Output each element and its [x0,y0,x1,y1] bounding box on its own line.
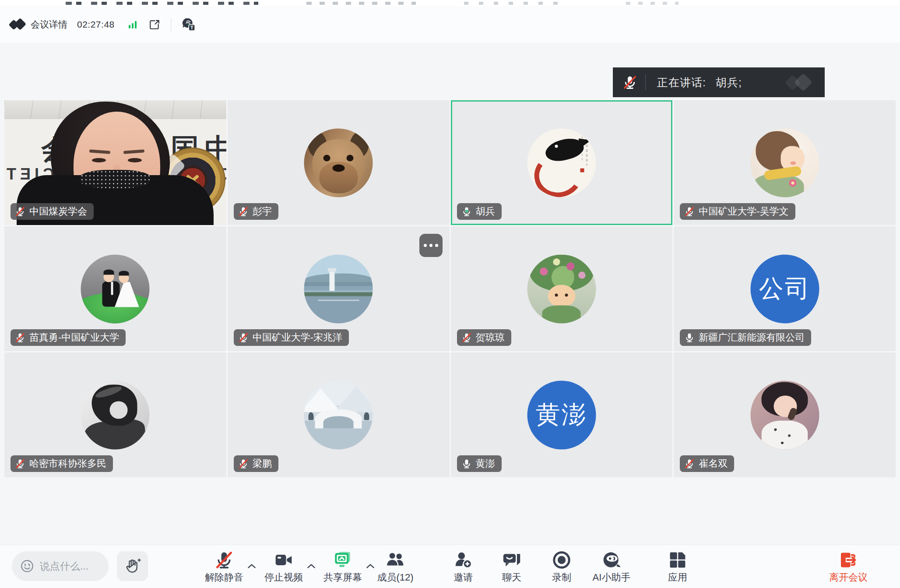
participant-name: 胡兵 [476,205,495,218]
open-external-icon[interactable] [149,19,160,30]
participant-tile-3[interactable]: 胡兵 [451,100,673,225]
participant-tile-8[interactable]: 公司 新疆广汇新能源有限公司 [674,226,896,351]
participant-tile-1[interactable]: 中国煤炭学会 CHINA COAL SOCIETY 中国煤炭学会 [4,100,226,225]
avatar [750,128,819,197]
name-chip: 中国矿业大学-吴学文 [680,203,795,220]
unmute-button[interactable]: 解除静音 [205,550,243,584]
participant-name: 黄澎 [476,457,495,470]
invite-button[interactable]: 邀请 [453,550,473,584]
participant-name: 哈密市科协张多民 [29,457,106,470]
muted-mic-icon [15,206,25,217]
chat-bubble-icon [501,550,522,570]
share-screen-label: 共享屏幕 [323,571,362,584]
speaking-banner-text: 正在讲话:胡兵; [657,75,742,90]
translation-caption-icon[interactable]: T [181,17,196,32]
emoji-icon[interactable] [20,559,35,574]
meeting-window: 会议详情 02:27:48 T 正在讲话:胡兵; 中国 [0,0,900,588]
participant-name: 中国煤炭学会 [29,205,87,218]
name-chip: 贺琼琼 [457,329,511,346]
participant-grid: 中国煤炭学会 CHINA COAL SOCIETY 中国煤炭学会 彭宇 胡兵 [4,100,896,477]
participant-tile-2[interactable]: 彭宇 [228,100,450,225]
avatar [304,128,373,197]
mic-icon [684,332,695,343]
raise-hand-button[interactable] [117,551,148,581]
more-options-button[interactable] [419,234,443,257]
avatar [527,128,596,197]
share-screen-button[interactable]: 共享屏幕 [323,550,362,584]
participant-tile-9[interactable]: 哈密市科协张多民 [4,352,226,477]
participant-tile-10[interactable]: 梁鹏 [228,352,450,477]
apps-button[interactable]: 应用 [668,550,687,584]
stop-video-button[interactable]: 停止视频 [264,550,303,584]
name-chip: 彭宇 [234,203,278,220]
chat-button[interactable]: 聊天 [501,550,522,584]
chat-placeholder: 说点什么... [40,560,88,573]
mic-muted-icon [214,550,234,570]
ai-assistant-button[interactable]: AI小助手 [593,550,631,584]
svg-text:T: T [190,25,193,30]
record-icon [552,550,571,570]
chevron-up-icon[interactable] [306,563,316,571]
participant-name: 彭宇 [253,205,272,218]
meeting-timer: 02:27:48 [77,19,115,30]
stop-video-label: 停止视频 [264,571,303,584]
participant-tile-6[interactable]: 中国矿业大学-宋兆洋 [228,226,450,351]
camera-icon [274,550,294,570]
name-chip: 中国矿业大学-宋兆洋 [234,329,349,346]
muted-mic-icon [238,206,249,217]
chat-label: 聊天 [502,571,521,584]
name-chip: 苗真勇-中国矿业大学 [11,329,126,346]
participant-name: 新疆广汇新能源有限公司 [699,331,805,344]
participant-tile-4[interactable]: 中国矿业大学-吴学文 [674,100,896,225]
apps-label: 应用 [668,571,687,584]
record-button[interactable]: 录制 [552,550,571,584]
avatar [750,380,819,449]
network-signal-icon [128,20,137,29]
screen-share-icon [332,550,353,570]
ai-assistant-label: AI小助手 [593,571,631,584]
leave-meeting-icon [839,550,858,570]
muted-mic-icon [15,332,25,343]
chevron-up-icon[interactable] [247,563,257,571]
muted-mic-icon [15,458,25,469]
unmute-label: 解除静音 [205,571,243,584]
speaking-banner: 正在讲话:胡兵; [613,67,825,97]
avatar [81,380,150,449]
participant-name: 苗真勇-中国矿业大学 [29,331,119,344]
members-label: 成员(12) [377,571,413,584]
muted-mic-icon [238,458,249,469]
avatar [527,254,596,323]
banner-muted-mic-icon [622,75,637,90]
toolbar: 说点什么... 离开会议 解除静音 停 [0,545,900,588]
chevron-up-icon[interactable] [366,563,375,571]
avatar [81,254,150,323]
leave-meeting-button[interactable]: 离开会议 [829,550,868,584]
members-button[interactable]: 成员(12) [377,550,413,584]
avatar [304,380,373,449]
name-chip: 胡兵 [457,203,502,220]
meeting-details-button[interactable]: 会议详情 [31,18,67,31]
mic-icon [461,458,472,469]
muted-mic-icon [684,458,695,469]
participant-name: 中国矿业大学-宋兆洋 [253,331,342,344]
muted-mic-icon [461,332,472,343]
avatar: 黄澎 [527,380,596,449]
participant-tile-7[interactable]: 贺琼琼 [451,226,673,351]
participant-tile-5[interactable]: 苗真勇-中国矿业大学 [4,226,226,351]
name-chip: 梁鹏 [234,455,278,472]
chat-input[interactable]: 说点什么... [12,551,109,581]
app-logo-icon [10,18,26,31]
participant-tile-11[interactable]: 黄澎 黄澎 [451,352,673,477]
muted-mic-icon [684,206,695,217]
muted-mic-icon [238,332,249,343]
name-chip: 哈密市科协张多民 [11,455,113,472]
participant-name: 贺琼琼 [476,331,505,344]
participant-name: 中国矿业大学-吴学文 [699,205,788,218]
participant-tile-12[interactable]: 崔名双 [674,352,896,477]
participant-name: 崔名双 [699,457,728,470]
watermark-logo-icon [784,74,817,91]
invite-label: 邀请 [454,571,473,584]
name-chip: 崔名双 [680,455,734,472]
record-label: 录制 [552,571,571,584]
background-window-remnant [0,0,900,6]
